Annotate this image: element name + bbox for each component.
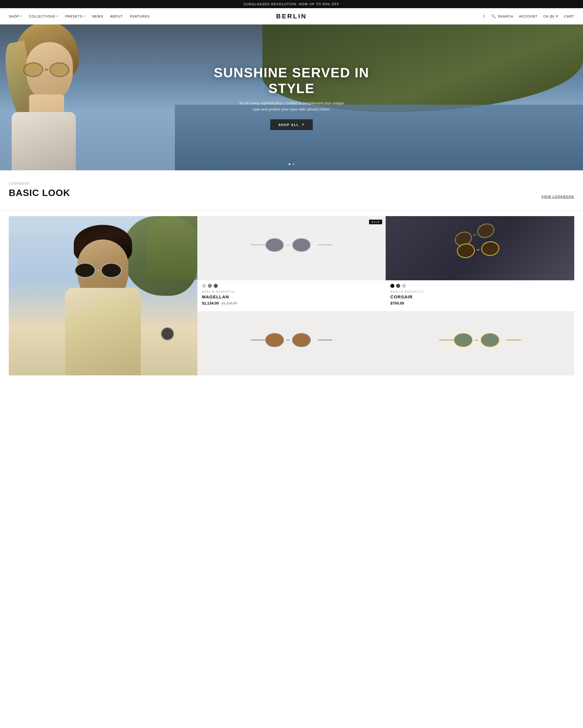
corsair-info: BERLIN ESSENTIAL CORSAIR $750.00 <box>386 280 574 311</box>
magellan-image: SALE <box>197 216 386 280</box>
color-swatches <box>202 284 381 288</box>
amber-sunglasses <box>265 333 318 354</box>
gold-sunglasses <box>454 333 506 354</box>
swatch-dark-gray[interactable] <box>396 284 400 288</box>
hero-dot-2[interactable] <box>293 163 295 165</box>
chevron-down-icon: ▾ <box>57 15 58 18</box>
hero-title: SUNSHINE SERVED IN STYLE <box>204 65 379 96</box>
lookbook-section: LOOKBOOK BASIC LOOK VIEW LOOKBOOK <box>0 170 583 204</box>
hero-section: SUNSHINE SERVED IN STYLE Art of sunny so… <box>0 25 583 170</box>
color-swatches-corsair <box>390 284 570 288</box>
chevron-down-icon: ▾ <box>84 15 85 18</box>
gold-image <box>386 311 574 375</box>
nav-item-collections[interactable]: COLLECTIONS ▾ <box>29 15 58 18</box>
nav-item-shop[interactable]: SHOP ▾ <box>9 15 22 18</box>
original-price: $1,200.00 <box>222 301 237 305</box>
product-card-amber <box>197 311 386 375</box>
hero-subtitle: Art of sunny sophistication, crafted to … <box>239 100 344 112</box>
hero-content: SUNSHINE SERVED IN STYLE Art of sunny so… <box>204 65 379 130</box>
nav-item-features[interactable]: FEATURES <box>130 15 149 18</box>
swatch-medium[interactable] <box>208 284 212 288</box>
swatch-light-gray[interactable] <box>402 284 406 288</box>
swatch-dark[interactable] <box>214 284 218 288</box>
product-brand: BERLIN ESSENTIAL <box>202 290 381 293</box>
arrow-icon: ↗ <box>301 123 305 127</box>
lookbook-header: BASIC LOOK VIEW LOOKBOOK <box>9 187 574 198</box>
hero-dot-1[interactable] <box>288 163 290 165</box>
nav-item-presets[interactable]: PRESETS ▾ <box>65 15 85 18</box>
sale-badge: SALE <box>369 219 382 224</box>
swatch-light[interactable] <box>202 284 206 288</box>
magellan-info: BERLIN ESSENTIAL MAGELLAN $1,134.00 $1,2… <box>197 280 386 311</box>
nav-item-news[interactable]: NEWS <box>92 15 103 18</box>
main-nav: SHOP ▾ COLLECTIONS ▾ PRESETS ▾ NEWS ABOU… <box>0 8 583 25</box>
feature-image <box>9 216 197 375</box>
currency-selector[interactable]: CA ($) ▾ <box>543 14 558 18</box>
corsair-brand: BERLIN ESSENTIAL <box>390 290 570 293</box>
shop-all-button[interactable]: SHOP ALL ↗ <box>270 119 313 130</box>
section-divider <box>0 210 583 210</box>
feature-product-image <box>9 216 197 375</box>
product-card-corsair: BERLIN ESSENTIAL CORSAIR $750.00 <box>386 216 574 311</box>
view-lookbook-link[interactable]: VIEW LOOKBOOK <box>541 195 574 198</box>
search-button[interactable]: 🔍 SEARCH <box>491 14 513 18</box>
account-button[interactable]: ACCOUNT <box>519 15 537 18</box>
chevron-down-icon: ▾ <box>556 14 558 18</box>
product-card-magellan: SALE BERLIN ESSENTIAL MAGELLAN <box>197 216 386 311</box>
nav-item-about[interactable]: ABOUT <box>110 15 123 18</box>
chevron-down-icon: ▾ <box>20 15 22 18</box>
cart-button[interactable]: CART <box>564 15 574 18</box>
corsair-price: $750.00 <box>390 301 570 305</box>
product-price: $1,134.00 $1,200.00 <box>202 301 381 305</box>
product-card-gold <box>386 311 574 375</box>
product-name[interactable]: MAGELLAN <box>202 294 381 299</box>
nav-right: ☽ 🔍 SEARCH ACCOUNT CA ($) ▾ CART <box>481 14 574 19</box>
amber-image <box>197 311 386 375</box>
swatch-black[interactable] <box>390 284 394 288</box>
sale-price: $1,134.00 <box>202 301 219 305</box>
corsair-image <box>386 216 574 280</box>
hero-dots <box>288 163 295 165</box>
nav-logo[interactable]: BERLIN <box>276 12 307 20</box>
dark-mode-toggle[interactable]: ☽ <box>481 14 485 19</box>
nav-left: SHOP ▾ COLLECTIONS ▾ PRESETS ▾ NEWS ABOU… <box>9 15 149 18</box>
announcement-bar: SUNGLASSES REVOLUTION: NOW UP TO 60% OFF <box>0 0 583 8</box>
announcement-text: SUNGLASSES REVOLUTION: NOW UP TO 60% OFF <box>244 2 339 6</box>
lookbook-title: BASIC LOOK <box>9 187 70 198</box>
search-icon: 🔍 <box>491 14 496 18</box>
sunglasses-display <box>265 238 318 258</box>
product-grid: SALE BERLIN ESSENTIAL MAGELLAN <box>0 216 583 375</box>
lookbook-eyebrow: LOOKBOOK <box>9 182 574 185</box>
corsair-name[interactable]: CORSAIR <box>390 294 570 299</box>
